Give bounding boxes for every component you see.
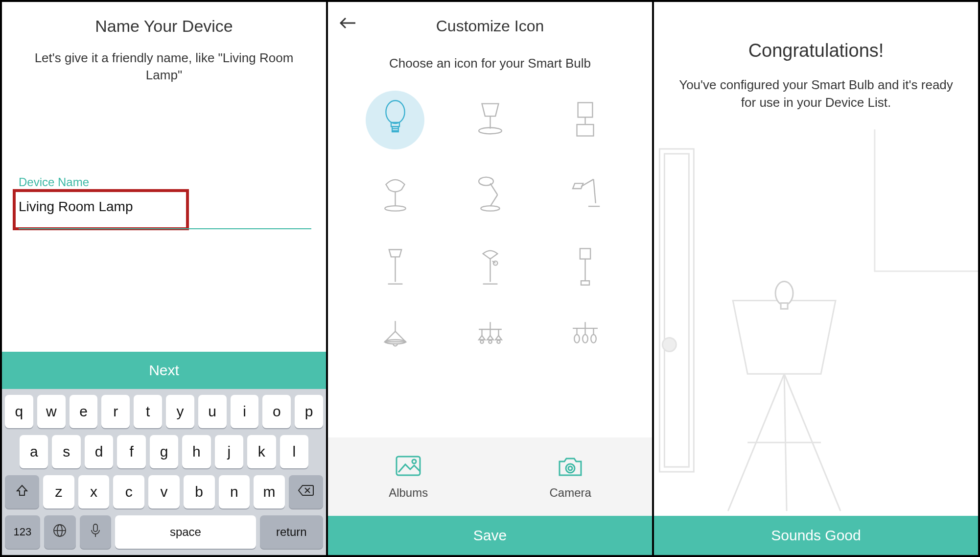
key-globe[interactable] <box>44 515 76 549</box>
svg-point-42 <box>489 340 491 343</box>
camera-button[interactable]: Camera <box>549 454 591 500</box>
key-r[interactable]: r <box>101 395 130 428</box>
key-p[interactable]: p <box>295 395 323 428</box>
key-backspace[interactable] <box>289 475 323 509</box>
track-light-icon <box>567 319 604 363</box>
icon-option-table-lamp[interactable] <box>461 91 519 149</box>
key-g[interactable]: g <box>150 435 178 468</box>
desk-lamp-icon <box>472 172 509 216</box>
key-shift[interactable] <box>5 475 39 509</box>
key-k[interactable]: k <box>247 435 276 468</box>
svg-rect-31 <box>580 248 590 259</box>
triple-pendant-icon <box>472 319 509 363</box>
key-space[interactable]: space <box>115 515 256 549</box>
svg-rect-57 <box>664 154 689 467</box>
icon-option-track-light[interactable] <box>556 311 614 370</box>
albums-label: Albums <box>389 486 428 500</box>
key-i[interactable]: i <box>231 395 259 428</box>
icon-option-floor-lamp[interactable] <box>366 238 424 296</box>
svg-point-8 <box>386 100 404 123</box>
svg-rect-52 <box>397 457 420 475</box>
svg-point-51 <box>591 334 596 342</box>
svg-point-21 <box>481 206 499 211</box>
key-u[interactable]: u <box>198 395 227 428</box>
save-button[interactable]: Save <box>328 516 652 555</box>
key-f[interactable]: f <box>117 435 145 468</box>
input-underline <box>19 228 311 229</box>
back-button[interactable] <box>338 16 357 32</box>
svg-point-53 <box>412 460 416 463</box>
panel-customize-icon: Customize Icon Choose an icon for your S… <box>328 2 654 555</box>
svg-point-50 <box>583 334 588 342</box>
shift-icon <box>15 484 29 501</box>
icon-option-arm-lamp[interactable] <box>556 164 614 223</box>
pillar-lamp-icon <box>567 245 604 289</box>
page-title: Name Your Device <box>2 17 326 36</box>
icon-option-triple-pendant[interactable] <box>461 311 519 370</box>
svg-line-23 <box>593 179 595 203</box>
arrow-left-icon <box>338 24 357 32</box>
key-j[interactable]: j <box>215 435 243 468</box>
device-name-label: Device Name <box>19 175 89 189</box>
albums-icon <box>395 454 422 481</box>
icon-option-torchiere[interactable] <box>461 238 519 296</box>
icon-option-pendant[interactable] <box>366 311 424 370</box>
photo-source-strip: Albums Camera <box>328 437 652 516</box>
icon-option-bulb[interactable] <box>366 91 424 149</box>
page-title: Congratulations! <box>654 40 978 61</box>
svg-point-17 <box>385 206 406 211</box>
ios-keyboard: qwertyuiop asdfghjkl zxcvbnm 123 space r… <box>2 389 326 555</box>
mic-icon <box>89 523 102 541</box>
torchiere-icon <box>472 245 509 289</box>
key-z[interactable]: z <box>43 475 74 509</box>
key-s[interactable]: s <box>52 435 80 468</box>
page-subtitle: Let's give it a friendly name, like "Liv… <box>31 49 297 84</box>
svg-point-54 <box>566 464 575 473</box>
arm-lamp-icon <box>567 172 604 216</box>
svg-rect-33 <box>581 281 589 285</box>
shaded-lamp-icon <box>377 172 414 216</box>
key-n[interactable]: n <box>219 475 250 509</box>
svg-rect-61 <box>781 303 788 309</box>
key-mic[interactable] <box>80 515 112 549</box>
backspace-icon <box>298 484 314 500</box>
page-subtitle: You've configured your Smart Bulb and it… <box>674 76 958 112</box>
key-x[interactable]: x <box>78 475 110 509</box>
svg-rect-5 <box>93 524 97 532</box>
bulb-icon <box>377 98 414 142</box>
sounds-good-button[interactable]: Sounds Good <box>654 516 978 555</box>
key-h[interactable]: h <box>182 435 210 468</box>
key-v[interactable]: v <box>148 475 180 509</box>
svg-rect-13 <box>578 102 592 117</box>
albums-button[interactable]: Albums <box>389 454 428 500</box>
key-t[interactable]: t <box>134 395 162 428</box>
key-o[interactable]: o <box>262 395 291 428</box>
panel-name-device: Name Your Device Let's give it a friendl… <box>2 2 328 555</box>
icon-option-shaded-lamp[interactable] <box>366 164 424 223</box>
key-return[interactable]: return <box>260 515 323 549</box>
key-l[interactable]: l <box>280 435 308 468</box>
svg-line-20 <box>490 194 497 206</box>
globe-icon <box>52 523 67 541</box>
key-d[interactable]: d <box>85 435 113 468</box>
svg-point-41 <box>480 340 483 343</box>
key-a[interactable]: a <box>20 435 48 468</box>
page-subtitle: Choose an icon for your Smart Bulb <box>328 56 652 71</box>
key-y[interactable]: y <box>166 395 194 428</box>
key-m[interactable]: m <box>254 475 285 509</box>
key-e[interactable]: e <box>70 395 98 428</box>
key-w[interactable]: w <box>37 395 66 428</box>
key-b[interactable]: b <box>184 475 215 509</box>
key-c[interactable]: c <box>113 475 144 509</box>
key-123[interactable]: 123 <box>5 515 40 549</box>
svg-point-49 <box>574 334 580 342</box>
floor-lamp-icon <box>377 245 414 289</box>
device-name-input[interactable]: Living Room Lamp <box>19 199 133 215</box>
icon-option-bedside-lamp[interactable] <box>556 91 614 149</box>
key-q[interactable]: q <box>5 395 33 428</box>
icon-option-desk-lamp[interactable] <box>461 164 519 223</box>
next-button[interactable]: Next <box>2 352 326 389</box>
icon-option-pillar-lamp[interactable] <box>556 238 614 296</box>
svg-point-55 <box>568 466 572 470</box>
camera-icon <box>557 454 584 481</box>
